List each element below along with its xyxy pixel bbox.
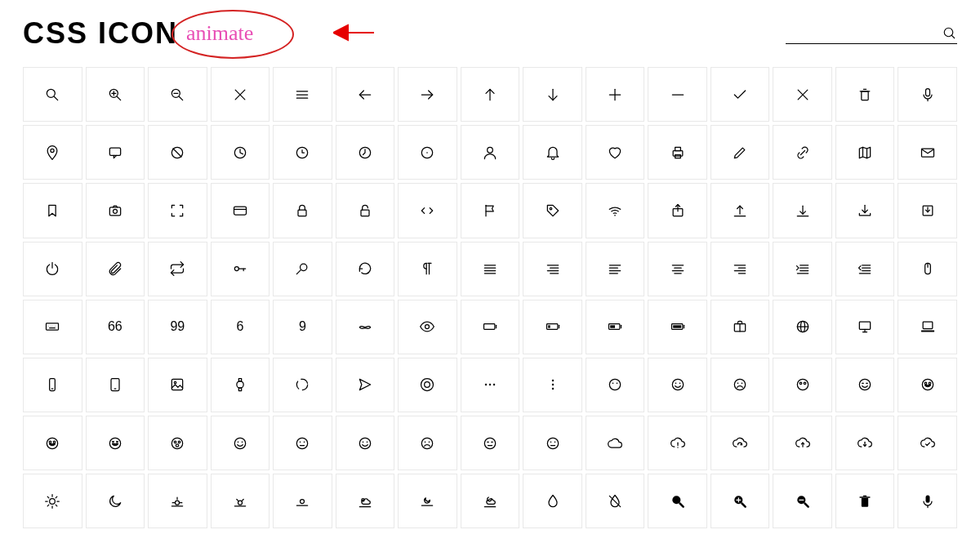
desktop-icon[interactable]	[835, 300, 895, 354]
drop-off-icon[interactable]	[586, 474, 645, 528]
indent-icon[interactable]	[773, 242, 832, 296]
undo-icon[interactable]	[336, 242, 395, 296]
face-2-icon[interactable]	[648, 358, 707, 412]
moon-icon[interactable]	[86, 474, 145, 528]
face-13-icon[interactable]	[398, 416, 457, 470]
time-icon[interactable]	[273, 125, 332, 180]
face-4-icon[interactable]	[773, 358, 832, 412]
night-icon[interactable]	[398, 474, 457, 528]
zoom-out-icon[interactable]	[148, 67, 207, 122]
search-icon[interactable]	[23, 67, 82, 122]
bell-icon[interactable]	[523, 125, 582, 180]
mic-icon[interactable]	[898, 67, 957, 122]
align-center-icon[interactable]	[648, 242, 707, 296]
trash-fill-icon[interactable]	[835, 474, 895, 528]
align-right-icon[interactable]	[523, 242, 582, 296]
link-icon[interactable]	[773, 125, 832, 180]
download-icon[interactable]	[773, 183, 832, 238]
face-9-icon[interactable]	[148, 416, 207, 470]
bookmark-icon[interactable]	[23, 183, 82, 238]
more-v-icon[interactable]	[523, 358, 582, 412]
comment-icon[interactable]	[86, 125, 145, 180]
download-alt-icon[interactable]	[835, 183, 895, 238]
zoom-out-fill-icon[interactable]	[773, 474, 832, 528]
image-icon[interactable]	[148, 358, 207, 412]
six-icon[interactable]: 6	[211, 300, 270, 354]
sun-icon[interactable]	[23, 474, 82, 528]
check-icon[interactable]	[710, 67, 770, 122]
heart-icon[interactable]	[586, 125, 645, 180]
face-5-icon[interactable]	[835, 358, 895, 412]
arrow-left-icon[interactable]	[336, 67, 395, 122]
sunrise-icon[interactable]	[148, 474, 207, 528]
watch-icon[interactable]	[211, 358, 270, 412]
battery-mid-icon[interactable]	[586, 300, 645, 354]
close-icon[interactable]	[211, 67, 270, 122]
align-right-2-icon[interactable]	[710, 242, 770, 296]
clock-icon[interactable]	[211, 125, 270, 180]
cloud-down-icon[interactable]	[835, 416, 895, 470]
arrow-up-icon[interactable]	[461, 67, 520, 122]
eye-icon[interactable]	[398, 300, 457, 354]
send-icon[interactable]	[336, 358, 395, 412]
cloud-icon[interactable]	[586, 416, 645, 470]
minus-icon[interactable]	[648, 67, 707, 122]
day-icon[interactable]	[273, 474, 332, 528]
cloud-up-icon[interactable]	[773, 416, 832, 470]
map-icon[interactable]	[835, 125, 895, 180]
battery-empty-icon[interactable]	[461, 300, 520, 354]
unlock-icon[interactable]	[336, 183, 395, 238]
loading-icon[interactable]	[273, 358, 332, 412]
repeat-icon[interactable]	[148, 242, 207, 296]
search-fill-icon[interactable]	[648, 474, 707, 528]
credit-card-icon[interactable]	[211, 183, 270, 238]
ban-icon[interactable]	[148, 125, 207, 180]
quote-right-icon[interactable]: 99	[148, 300, 207, 354]
face-8-icon[interactable]	[86, 416, 145, 470]
tag-icon[interactable]	[523, 183, 582, 238]
printer-icon[interactable]	[648, 125, 707, 180]
face-10-icon[interactable]	[211, 416, 270, 470]
mail-icon[interactable]	[898, 125, 957, 180]
search-box[interactable]	[786, 24, 957, 44]
mouse-icon[interactable]	[898, 242, 957, 296]
help-icon[interactable]	[398, 358, 457, 412]
lock-icon[interactable]	[273, 183, 332, 238]
mobile-icon[interactable]	[23, 358, 82, 412]
face-6-icon[interactable]	[898, 358, 957, 412]
flag-icon[interactable]	[461, 183, 520, 238]
power-icon[interactable]	[23, 242, 82, 296]
face-7-icon[interactable]	[23, 416, 82, 470]
laptop-icon[interactable]	[898, 300, 957, 354]
camera-icon[interactable]	[86, 183, 145, 238]
align-justify-icon[interactable]	[461, 242, 520, 296]
times-icon[interactable]	[773, 67, 832, 122]
attachment-icon[interactable]	[86, 242, 145, 296]
mustache-icon[interactable]	[336, 300, 395, 354]
upload-icon[interactable]	[710, 183, 770, 238]
zoom-in-fill-icon[interactable]	[710, 474, 770, 528]
face-1-icon[interactable]	[586, 358, 645, 412]
search-input[interactable]	[786, 24, 942, 43]
zoom-in-icon[interactable]	[86, 67, 145, 122]
face-14-icon[interactable]	[461, 416, 520, 470]
globe-icon[interactable]	[773, 300, 832, 354]
share-icon[interactable]	[648, 183, 707, 238]
code-icon[interactable]	[398, 183, 457, 238]
cloud-check-icon[interactable]	[898, 416, 957, 470]
outdent-icon[interactable]	[835, 242, 895, 296]
download-box-icon[interactable]	[898, 183, 957, 238]
briefcase-icon[interactable]	[710, 300, 770, 354]
animate-button[interactable]: animate	[186, 21, 253, 46]
align-left-icon[interactable]	[586, 242, 645, 296]
edit-icon[interactable]	[710, 125, 770, 180]
face-12-icon[interactable]	[336, 416, 395, 470]
day-cloud-icon[interactable]	[336, 474, 395, 528]
drop-icon[interactable]	[523, 474, 582, 528]
battery-full-icon[interactable]	[648, 300, 707, 354]
quote-left-icon[interactable]: 66	[86, 300, 145, 354]
location-icon[interactable]	[23, 125, 82, 180]
expand-icon[interactable]	[148, 183, 207, 238]
search-alt-icon[interactable]	[273, 242, 332, 296]
key-icon[interactable]	[211, 242, 270, 296]
